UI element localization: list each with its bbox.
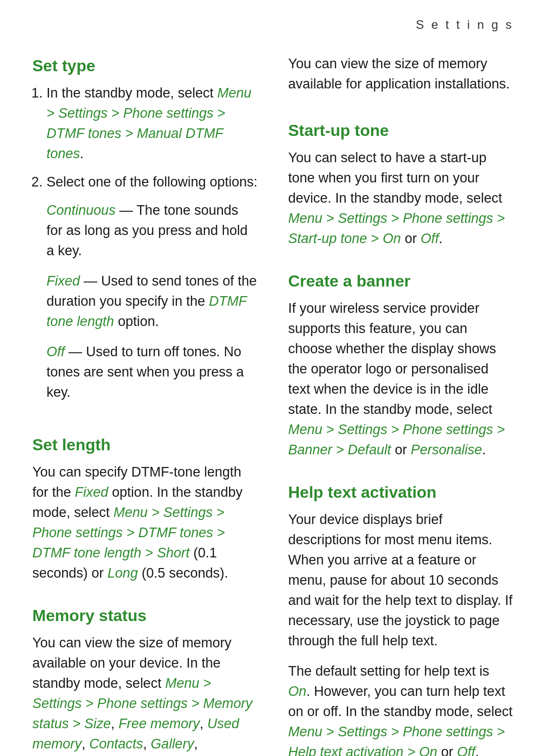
section-set-type: Set type In the standby mode, select Men…	[32, 54, 258, 413]
set-length-fixed: Fixed	[75, 485, 108, 500]
memory-status-body: You can view the size of memory availabl…	[32, 633, 258, 756]
set-type-step1-link: Menu > Settings > Phone settings > DTMF …	[47, 85, 251, 161]
set-type-title: Set type	[32, 54, 258, 77]
set-length-path: Menu > Settings > Phone settings > DTMF …	[32, 505, 225, 560]
startup-tone-title: Start-up tone	[288, 119, 514, 142]
set-type-step2: Select one of the following options: Con…	[47, 172, 258, 403]
option-fixed: Fixed — Used to send tones of the durati…	[47, 271, 258, 332]
memory-status-title: Memory status	[32, 604, 258, 627]
option-continuous: Continuous — The tone sounds for as long…	[47, 201, 258, 261]
option-continuous-term: Continuous	[47, 203, 116, 218]
create-banner-body: If your wireless service provider suppor…	[288, 299, 514, 460]
memory-app-body: You can view the size of memory availabl…	[288, 54, 514, 94]
section-memory-status: Memory status You can view the size of m…	[32, 604, 258, 756]
option-fixed-term: Fixed	[47, 273, 80, 289]
section-help-text: Help text activation Your device display…	[288, 481, 514, 756]
section-set-length: Set length You can specify DTMF-tone len…	[32, 433, 258, 584]
startup-tone-path: Menu > Settings > Phone settings > Start…	[288, 211, 505, 246]
help-text-para1: Your device displays brief descriptions …	[288, 510, 514, 651]
set-length-body: You can specify DTMF-tone length for the…	[32, 462, 258, 584]
option-off: Off — Used to turn off tones. No tones a…	[47, 342, 258, 403]
header-label: S e t t i n g s	[416, 18, 514, 31]
section-create-banner: Create a banner If your wireless service…	[288, 269, 514, 460]
option-off-term: Off	[47, 344, 65, 359]
option-fixed-dtmf: DTMF tone length	[47, 294, 247, 329]
startup-tone-off: Off	[421, 231, 439, 246]
help-text-on: On	[288, 684, 306, 699]
startup-tone-body: You can select to have a start-up tone w…	[288, 148, 514, 249]
set-length-title: Set length	[32, 433, 258, 456]
left-column: Set type In the standby mode, select Men…	[32, 54, 258, 756]
set-length-long: Long	[108, 565, 138, 581]
create-banner-personalise: Personalise	[411, 442, 482, 457]
help-text-off: Off	[457, 744, 475, 756]
page-header: S e t t i n g s	[0, 0, 546, 42]
memory-status-gallery: Gallery	[151, 736, 194, 751]
create-banner-title: Create a banner	[288, 269, 514, 293]
memory-status-contacts: Contacts	[89, 736, 144, 751]
set-type-sub-options: Continuous — The tone sounds for as long…	[47, 201, 258, 403]
section-startup-tone: Start-up tone You can select to have a s…	[288, 119, 514, 249]
help-text-body: Your device displays brief descriptions …	[288, 510, 514, 756]
set-type-body: In the standby mode, select Menu > Setti…	[32, 83, 258, 402]
section-memory-app: You can view the size of memory availabl…	[288, 54, 514, 94]
right-column: You can view the size of memory availabl…	[288, 54, 514, 756]
help-text-para2: The default setting for help text is On.…	[288, 662, 514, 756]
memory-status-free: Free memory	[118, 716, 200, 731]
help-text-title: Help text activation	[288, 481, 514, 504]
set-type-step1: In the standby mode, select Menu > Setti…	[47, 83, 258, 164]
